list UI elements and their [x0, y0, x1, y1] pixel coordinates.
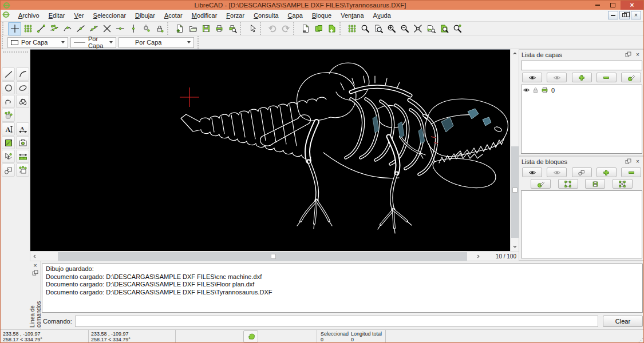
print-preview-button[interactable]	[226, 22, 239, 35]
zoom-in-button[interactable]	[358, 22, 372, 35]
tool-dimension-button[interactable]: A	[16, 122, 29, 135]
scroll-up-arrow[interactable]	[511, 49, 519, 58]
layer-list[interactable]: 0	[521, 85, 642, 154]
close-dock-icon[interactable]: ×	[33, 262, 37, 268]
save-block-button[interactable]	[585, 179, 605, 189]
open-document-button[interactable]	[186, 22, 199, 35]
toolbar-handle[interactable]	[167, 22, 171, 35]
snap-center-button[interactable]	[61, 22, 74, 35]
snap-endpoint-button[interactable]	[34, 22, 48, 35]
tool-image-button[interactable]	[16, 136, 29, 149]
menu-ver[interactable]: Ver	[69, 10, 88, 21]
grid-toggle-button[interactable]	[345, 22, 358, 35]
mdi-minimize-button[interactable]	[608, 11, 618, 19]
tool-select-entity-button[interactable]	[2, 150, 15, 163]
menu-acotar[interactable]: Acotar	[160, 10, 187, 21]
restrict-vertical-button[interactable]	[127, 22, 140, 35]
scroll-down-arrow[interactable]	[511, 242, 519, 251]
add-layer-button[interactable]	[572, 73, 592, 82]
zoom-pan-button[interactable]	[451, 22, 464, 35]
float-dock-icon[interactable]	[31, 269, 39, 277]
edit-block-button[interactable]	[558, 179, 578, 189]
snap-distance-button[interactable]	[87, 22, 100, 35]
close-window-button[interactable]	[299, 22, 312, 35]
scroll-right-arrow[interactable]	[474, 252, 483, 261]
menu-forzar[interactable]: Forzar	[222, 10, 249, 21]
palette-drag-handle[interactable]	[3, 51, 28, 54]
remove-block-button[interactable]	[621, 167, 641, 177]
horizontal-scroll-thumb[interactable]	[58, 252, 467, 261]
color-selector[interactable]: Por Capa	[7, 37, 68, 48]
vertical-scroll-thumb[interactable]	[511, 146, 519, 238]
tool-measure-button[interactable]	[16, 150, 29, 163]
mdi-close-button[interactable]: ×	[631, 11, 641, 19]
snap-grid-button[interactable]	[21, 22, 34, 35]
zoom-increase-button[interactable]	[385, 22, 398, 35]
line-type-selector[interactable]: Por Capa	[118, 37, 194, 48]
tool-hatch-button[interactable]	[2, 136, 15, 149]
new-window-button[interactable]	[325, 22, 338, 35]
tool-points-button[interactable]	[2, 109, 15, 122]
remove-layer-button[interactable]	[596, 73, 617, 82]
snap-middle-button[interactable]	[74, 22, 87, 35]
zoom-page-button[interactable]	[372, 22, 385, 35]
snap-on-entity-button[interactable]	[48, 22, 61, 35]
mouse-hint-button[interactable]	[243, 330, 258, 342]
edit-layer-attributes-button[interactable]	[621, 73, 641, 82]
menu-ventana[interactable]: Ventana	[336, 10, 368, 21]
toolbar-handle[interactable]	[197, 36, 202, 49]
clear-button[interactable]: Clear	[603, 316, 643, 327]
line-width-selector[interactable]: Por Capa	[70, 37, 116, 48]
toolbar-handle[interactable]	[293, 22, 297, 35]
menu-bloque[interactable]: Bloque	[307, 10, 336, 21]
zoom-previous-view-button[interactable]	[424, 22, 437, 35]
drawing-canvas[interactable]: .b{fill:none;stroke:#fff;stroke-width:1.…	[30, 49, 510, 251]
tool-arc-button[interactable]	[16, 67, 29, 81]
menu-consulta[interactable]: Consulta	[249, 10, 283, 21]
toolbar-handle[interactable]	[260, 22, 264, 35]
menu-seleccionar[interactable]: Seleccionar	[89, 10, 131, 21]
window-close-button[interactable]: ×	[621, 1, 643, 10]
menu-ayuda[interactable]: Ayuda	[369, 10, 396, 21]
edit-block-attributes-button[interactable]	[531, 179, 551, 189]
horizontal-scrollbar[interactable]	[30, 252, 483, 261]
new-document-button[interactable]	[173, 22, 186, 35]
show-all-blocks-button[interactable]	[522, 167, 542, 177]
toolbar-handle[interactable]	[339, 22, 343, 35]
mdi-restore-button[interactable]	[619, 11, 630, 19]
close-panel-icon[interactable]: ×	[634, 51, 642, 58]
undo-button[interactable]	[266, 22, 279, 35]
tool-text-button[interactable]: A	[2, 122, 15, 135]
block-list[interactable]	[521, 190, 642, 258]
float-panel-icon[interactable]	[624, 51, 632, 58]
zoom-auto-button[interactable]	[411, 22, 424, 35]
tool-circle-button[interactable]	[2, 81, 15, 94]
scroll-left-arrow[interactable]	[30, 252, 39, 261]
tool-spline-button[interactable]	[16, 95, 29, 108]
menu-archivo[interactable]: Archivo	[14, 10, 44, 21]
window-maximize-button[interactable]	[605, 1, 621, 10]
tool-ellipse-button[interactable]	[16, 81, 29, 94]
selection-pointer-button[interactable]	[246, 22, 259, 35]
resize-grip[interactable]: ⋰	[638, 337, 644, 343]
create-block-button[interactable]	[572, 167, 592, 177]
tool-polyline-button[interactable]	[2, 95, 15, 108]
toolbar-handle[interactable]	[240, 22, 244, 35]
vertical-scrollbar[interactable]	[510, 49, 519, 251]
menu-editar[interactable]: Editar	[44, 10, 70, 21]
layer-filter-input[interactable]	[521, 61, 642, 70]
close-panel-icon[interactable]: ×	[634, 158, 642, 165]
lock-relative-zero-button[interactable]	[153, 22, 166, 35]
redo-button[interactable]	[279, 22, 292, 35]
restrict-horizontal-button[interactable]	[113, 22, 127, 35]
add-block-button[interactable]	[596, 167, 617, 177]
show-all-layers-button[interactable]	[522, 73, 542, 82]
window-minimize-button[interactable]	[590, 1, 605, 10]
zoom-window-button[interactable]	[437, 22, 451, 35]
snap-free-button[interactable]	[8, 22, 21, 35]
window-list-button[interactable]	[312, 22, 325, 35]
menu-dibujar[interactable]: Dibujar	[131, 10, 160, 21]
print-document-button[interactable]	[212, 22, 226, 35]
hide-all-layers-button[interactable]	[547, 73, 567, 82]
layer-row[interactable]: 0	[521, 85, 642, 95]
